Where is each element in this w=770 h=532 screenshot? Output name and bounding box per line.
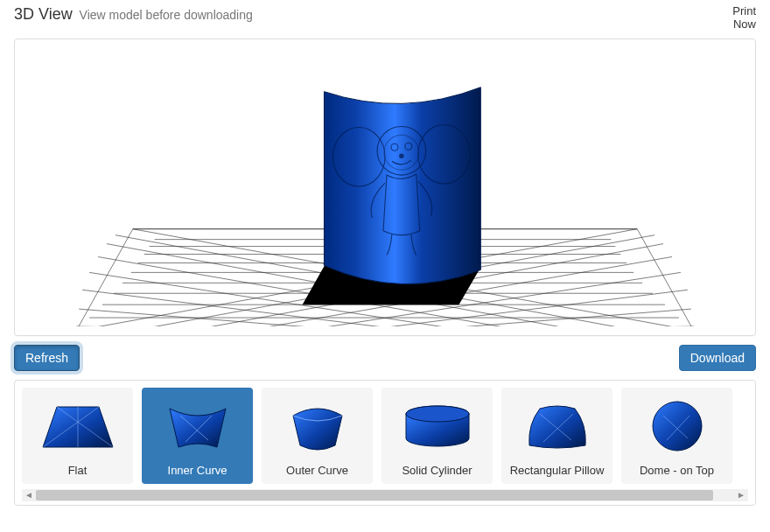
- scroll-right-arrow[interactable]: ►: [734, 489, 748, 501]
- solid-cylinder-icon: [385, 393, 489, 460]
- shape-option-solid-cylinder[interactable]: Solid Cylinder: [382, 388, 493, 484]
- svg-point-41: [406, 406, 469, 422]
- 3d-viewer[interactable]: [14, 38, 756, 336]
- panel-subtitle: View model before downloading: [80, 8, 253, 22]
- shape-gallery: Flat Inner Curve Oute: [22, 388, 748, 484]
- print-now-line1: Print: [732, 4, 756, 18]
- header-bar: 3D View View model before downloading Pr…: [0, 0, 770, 38]
- shape-option-dome-on-top[interactable]: Dome - on Top: [621, 388, 732, 484]
- scroll-left-arrow[interactable]: ◄: [22, 489, 36, 501]
- inner-curve-icon: [145, 393, 249, 460]
- print-now-line2: Now: [733, 18, 756, 31]
- print-now-link[interactable]: Print Now: [732, 5, 756, 32]
- panel-title: 3D View: [14, 5, 73, 23]
- rectangular-pillow-icon: [505, 393, 609, 460]
- download-button[interactable]: Download: [679, 345, 756, 371]
- shape-gallery-panel: Flat Inner Curve Oute: [14, 380, 756, 506]
- shape-label: Dome - on Top: [640, 464, 714, 477]
- shape-option-inner-curve[interactable]: Inner Curve: [142, 388, 253, 484]
- shape-label: Solid Cylinder: [402, 464, 472, 477]
- shape-option-flat[interactable]: Flat: [22, 388, 133, 484]
- flat-icon: [25, 393, 130, 460]
- shape-label: Inner Curve: [168, 464, 228, 477]
- shape-label: Outer Curve: [286, 464, 348, 477]
- svg-point-35: [400, 154, 403, 158]
- dome-on-top-icon: [625, 393, 729, 460]
- shape-option-outer-curve[interactable]: Outer Curve: [262, 388, 373, 484]
- 3d-viewer-canvas[interactable]: [24, 48, 746, 326]
- scroll-thumb[interactable]: [36, 490, 713, 500]
- outer-curve-icon: [265, 393, 369, 460]
- shape-label: Flat: [68, 464, 88, 477]
- scroll-track[interactable]: [36, 489, 734, 501]
- shape-label: Rectangular Pillow: [510, 464, 605, 477]
- action-row: Refresh Download: [14, 345, 756, 371]
- gallery-scrollbar[interactable]: ◄ ►: [22, 489, 748, 501]
- shape-option-rectangular-pillow[interactable]: Rectangular Pillow: [501, 388, 612, 484]
- refresh-button[interactable]: Refresh: [14, 345, 80, 371]
- header-left: 3D View View model before downloading: [14, 5, 253, 24]
- svg-point-42: [653, 402, 702, 451]
